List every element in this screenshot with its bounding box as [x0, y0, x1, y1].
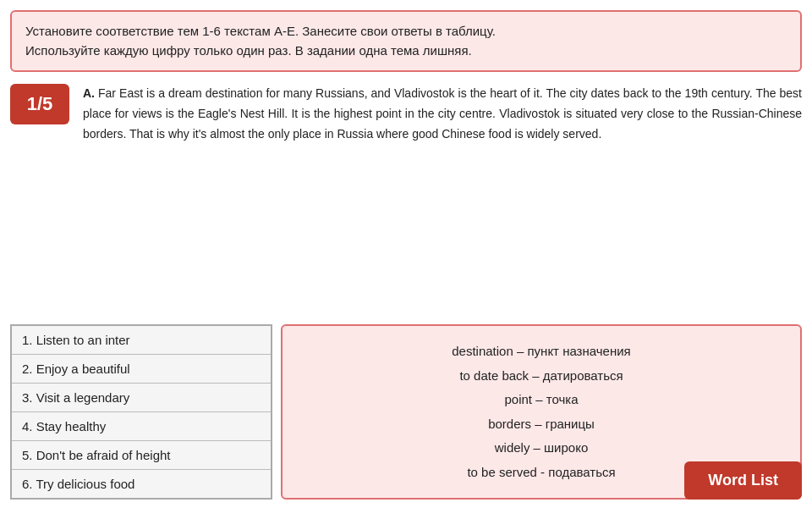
instruction-text: Установите соответствие тем 1-6 текстам …: [25, 24, 496, 58]
word-list-button[interactable]: Word List: [684, 461, 802, 500]
list-item-1[interactable]: 1. Listen to an inter: [12, 326, 271, 355]
themes-list: 1. Listen to an inter 2. Enjoy a beautif…: [10, 324, 272, 500]
passage-area: 1/5 A. Far East is a dream destination f…: [10, 80, 802, 144]
vocab-entry-2: point – точка: [505, 392, 579, 406]
list-item-4[interactable]: 4. Stay healthy: [12, 412, 271, 441]
progress-badge: 1/5: [10, 84, 69, 124]
passage-text: Far East is a dream destination for many…: [83, 86, 802, 141]
list-item-5[interactable]: 5. Don't be afraid of height: [12, 441, 271, 470]
vocab-entry-0: destination – пункт назначения: [452, 344, 630, 358]
vocab-entry-3: borders – границы: [488, 417, 595, 431]
list-item-2[interactable]: 2. Enjoy a beautiful: [12, 355, 271, 384]
vocab-entry-5: to be served - подаваться: [467, 465, 615, 479]
instruction-box: Установите соответствие тем 1-6 текстам …: [10, 10, 802, 72]
list-item-3[interactable]: 3. Visit a legendary: [12, 384, 271, 412]
vocab-entry-1: to date back – датироваться: [459, 368, 623, 383]
vocabulary-content: destination – пункт назначения to date b…: [452, 340, 630, 484]
text-passage: A. Far East is a dream destination for m…: [83, 80, 802, 144]
lower-section: 1. Listen to an inter 2. Enjoy a beautif…: [10, 324, 802, 500]
passage-label: A.: [83, 86, 95, 100]
list-item-6[interactable]: 6. Try delicious food: [12, 470, 271, 498]
vocab-entry-4: widely – широко: [495, 440, 589, 455]
